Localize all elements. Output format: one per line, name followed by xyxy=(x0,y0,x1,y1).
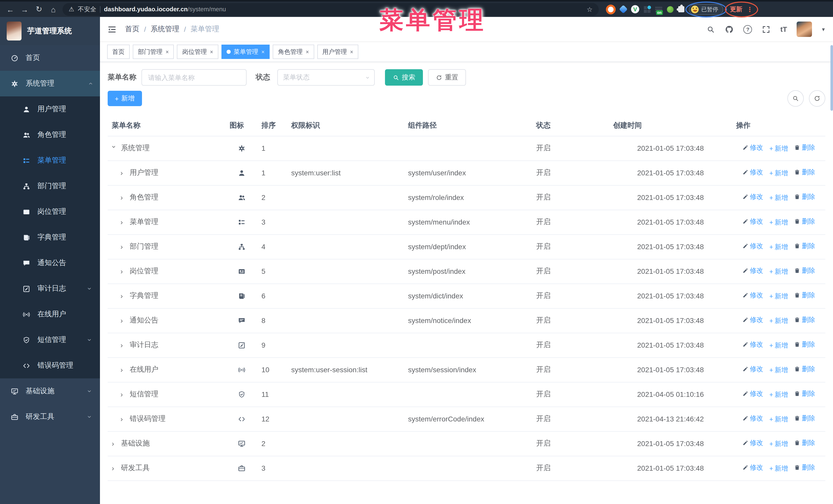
edit-link[interactable]: 修改 xyxy=(742,439,763,448)
add-link[interactable]: +新增 xyxy=(769,193,788,202)
delete-link[interactable]: 删除 xyxy=(794,365,815,374)
table-row-岗位管理[interactable]: ›岗位管理5system/post/index开启2021-01-05 17:0… xyxy=(108,259,825,284)
edit-link[interactable]: 修改 xyxy=(742,365,763,374)
sidebar-item-首页[interactable]: 首页 xyxy=(0,45,100,71)
page-scrollbar[interactable] xyxy=(830,19,833,504)
delete-link[interactable]: 删除 xyxy=(794,463,815,473)
edit-link[interactable]: 修改 xyxy=(742,168,763,177)
table-row-菜单管理[interactable]: ›菜单管理3system/menu/index开启2021-01-05 17:0… xyxy=(108,210,825,234)
delete-link[interactable]: 删除 xyxy=(794,414,815,423)
table-row-用户管理[interactable]: ›用户管理1system:user:listsystem/user/index开… xyxy=(108,161,825,185)
delete-link[interactable]: 删除 xyxy=(794,143,815,152)
extension-blue-gem-icon[interactable] xyxy=(619,5,628,14)
tab-部门管理[interactable]: 部门管理× xyxy=(133,45,174,59)
expand-closed-icon[interactable]: › xyxy=(120,169,125,177)
add-link[interactable]: +新增 xyxy=(769,390,788,400)
edit-link[interactable]: 修改 xyxy=(742,143,763,152)
show-search-button[interactable] xyxy=(787,90,804,106)
extension-green-icon[interactable] xyxy=(667,6,673,13)
app-logo[interactable]: 芋道管理系统 xyxy=(0,17,100,45)
delete-link[interactable]: 删除 xyxy=(794,217,815,226)
github-icon[interactable] xyxy=(725,25,734,33)
header-search-icon[interactable] xyxy=(707,25,715,33)
table-row-基础设施[interactable]: ›基础设施2开启2021-01-05 17:03:48修改+新增删除 xyxy=(108,431,825,456)
delete-link[interactable]: 删除 xyxy=(794,266,815,275)
sidebar-item-审计日志[interactable]: 审计日志› xyxy=(0,276,100,302)
close-icon[interactable]: × xyxy=(210,49,213,55)
table-row-研发工具[interactable]: ›研发工具3开启2021-01-05 17:03:48修改+新增删除 xyxy=(108,456,825,480)
table-row-错误码管理[interactable]: ›错误码管理12system/errorCode/index开启2021-04-… xyxy=(108,407,825,431)
edit-link[interactable]: 修改 xyxy=(742,316,763,325)
avatar-caret-icon[interactable]: ▾ xyxy=(822,26,825,32)
expand-closed-icon[interactable]: › xyxy=(120,341,125,349)
edit-link[interactable]: 修改 xyxy=(742,242,763,251)
table-row-短信管理[interactable]: ›短信管理11开启2021-04-05 01:10:16修改+新增删除 xyxy=(108,382,825,407)
browser-update-button[interactable]: 更新 xyxy=(730,5,742,14)
tab-用户管理[interactable]: 用户管理× xyxy=(317,45,359,59)
tab-首页[interactable]: 首页 xyxy=(107,45,130,59)
sidebar-item-角色管理[interactable]: 角色管理 xyxy=(0,122,100,148)
table-row-角色管理[interactable]: ›角色管理2system/role/index开启2021-01-05 17:0… xyxy=(108,185,825,210)
add-link[interactable]: +新增 xyxy=(769,292,788,301)
extension-server-icon[interactable]: on xyxy=(655,6,662,12)
expand-closed-icon[interactable]: › xyxy=(120,292,125,300)
status-select[interactable]: 菜单状态 › xyxy=(277,69,375,86)
help-icon[interactable]: ? xyxy=(743,25,752,33)
delete-link[interactable]: 删除 xyxy=(794,168,815,177)
edit-link[interactable]: 修改 xyxy=(742,193,763,202)
sidebar-item-通知公告[interactable]: 通知公告 xyxy=(0,250,100,276)
edit-link[interactable]: 修改 xyxy=(742,266,763,275)
delete-link[interactable]: 删除 xyxy=(794,439,815,448)
delete-link[interactable]: 删除 xyxy=(794,389,815,399)
expand-closed-icon[interactable]: › xyxy=(120,415,125,423)
expand-closed-icon[interactable]: › xyxy=(120,316,125,325)
expand-closed-icon[interactable]: › xyxy=(120,365,125,374)
url-bar[interactable]: ⚠ 不安全 dashboard.yudao.iocoder.cn/system/… xyxy=(63,3,599,16)
add-link[interactable]: +新增 xyxy=(769,144,788,153)
edit-link[interactable]: 修改 xyxy=(742,389,763,399)
add-link[interactable]: +新增 xyxy=(769,267,788,277)
table-row-部门管理[interactable]: ›部门管理4system/dept/index开启2021-01-05 17:0… xyxy=(108,234,825,259)
add-link[interactable]: +新增 xyxy=(769,218,788,227)
table-row-在线用户[interactable]: ›在线用户10system:user-session:listsystem/se… xyxy=(108,357,825,382)
add-link[interactable]: +新增 xyxy=(769,415,788,424)
add-link[interactable]: +新增 xyxy=(769,439,788,449)
extension-green-v-icon[interactable]: V xyxy=(631,5,639,13)
reset-button[interactable]: 重置 xyxy=(428,69,466,86)
tab-角色管理[interactable]: 角色管理× xyxy=(273,45,314,59)
extension-grid-icon[interactable] xyxy=(644,6,650,13)
delete-link[interactable]: 删除 xyxy=(794,291,815,300)
add-link[interactable]: +新增 xyxy=(769,365,788,375)
delete-link[interactable]: 删除 xyxy=(794,193,815,202)
sidebar-item-用户管理[interactable]: 用户管理 xyxy=(0,96,100,122)
edit-link[interactable]: 修改 xyxy=(742,463,763,473)
sidebar-item-字典管理[interactable]: 字典管理 xyxy=(0,224,100,250)
tab-岗位管理[interactable]: 岗位管理× xyxy=(177,45,218,59)
add-link[interactable]: +新增 xyxy=(769,169,788,178)
add-link[interactable]: +新增 xyxy=(769,341,788,350)
breadcrumb-system[interactable]: 系统管理 xyxy=(151,25,180,34)
edit-link[interactable]: 修改 xyxy=(742,291,763,300)
extension-orange-ring-icon[interactable] xyxy=(606,4,616,14)
add-link[interactable]: +新增 xyxy=(769,464,788,473)
expand-closed-icon[interactable]: › xyxy=(112,439,117,448)
edit-link[interactable]: 修改 xyxy=(742,217,763,226)
sidebar-item-基础设施[interactable]: 基础设施› xyxy=(0,378,100,404)
tab-菜单管理[interactable]: 菜单管理× xyxy=(221,45,270,59)
extensions-puzzle-icon[interactable] xyxy=(678,6,684,12)
search-button[interactable]: 搜索 xyxy=(385,69,423,86)
expand-closed-icon[interactable]: › xyxy=(120,267,125,275)
sidebar-item-在线用户[interactable]: 在线用户 xyxy=(0,302,100,327)
sidebar-collapse-icon[interactable] xyxy=(107,24,117,34)
delete-link[interactable]: 删除 xyxy=(794,316,815,325)
expand-closed-icon[interactable]: › xyxy=(112,464,117,472)
expand-closed-icon[interactable]: › xyxy=(120,242,125,251)
sidebar-item-部门管理[interactable]: 部门管理 xyxy=(0,173,100,199)
browser-forward-button[interactable]: → xyxy=(20,5,30,14)
expand-closed-icon[interactable]: › xyxy=(120,193,125,201)
menu-name-input[interactable] xyxy=(142,69,246,86)
close-icon[interactable]: × xyxy=(306,49,309,55)
sidebar-item-菜单管理[interactable]: 菜单管理 xyxy=(0,148,100,173)
font-size-icon[interactable]: tT xyxy=(781,25,787,33)
table-row-系统管理[interactable]: ›系统管理1开启2021-01-05 17:03:48修改+新增删除 xyxy=(108,136,825,161)
